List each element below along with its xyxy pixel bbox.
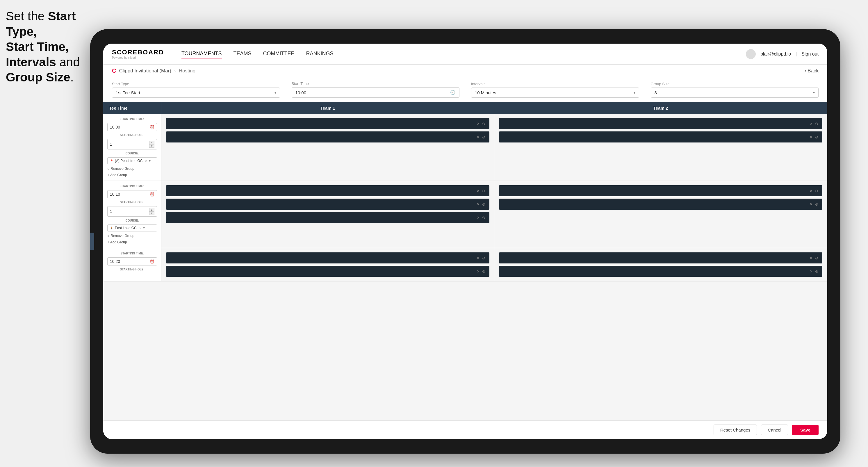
chevron-down-icon[interactable]: ▾: [143, 226, 145, 230]
chevron-down-icon: ▾: [633, 91, 636, 95]
nav-links: TOURNAMENTS TEAMS COMMITTEE RANKINGS: [182, 50, 746, 58]
remove-icon: ○: [107, 234, 109, 238]
logo-area: SCOREBOARD Powered by clippd: [112, 49, 164, 59]
remove-player-icon[interactable]: ✕: [810, 202, 813, 207]
breadcrumb-icon: C: [112, 67, 116, 74]
remove-player-icon[interactable]: ✕: [476, 256, 480, 260]
course-label: COURSE:: [107, 219, 157, 222]
start-type-select[interactable]: 1st Tee Start ▾: [112, 88, 280, 98]
starting-time-label: STARTING TIME:: [107, 118, 157, 121]
intervals-select[interactable]: 10 Minutes ▾: [471, 88, 639, 98]
remove-player-icon[interactable]: ✕: [476, 135, 480, 139]
starting-time-input-2[interactable]: 10:10 ⏰: [107, 190, 157, 198]
player-controls: ✕ ⊙: [476, 269, 485, 274]
player-row: ✕ ⊙: [166, 118, 489, 129]
settings-bar: Start Type 1st Tee Start ▾ Start Time 10…: [103, 77, 827, 102]
hole-stepper-1[interactable]: ▲ ▼: [149, 141, 154, 148]
add-group-btn-2[interactable]: + Add Group: [107, 240, 157, 244]
expand-icon[interactable]: ⊙: [815, 256, 818, 260]
logo-sub: Powered by clippd: [112, 56, 164, 59]
intervals-field: Intervals 10 Minutes ▾: [471, 82, 639, 98]
stepper-up[interactable]: ▲: [149, 208, 154, 211]
expand-icon[interactable]: ⊙: [482, 189, 485, 193]
scroll-area[interactable]: STARTING TIME: 10:00 ⏰ STARTING HOLE: 1 …: [103, 114, 827, 421]
chevron-down-icon: ▾: [275, 91, 276, 95]
start-time-input[interactable]: 10:00 🕙: [292, 87, 460, 98]
remove-player-icon[interactable]: ✕: [476, 122, 480, 126]
nav-committee[interactable]: COMMITTEE: [263, 50, 294, 58]
player-controls: ✕ ⊙: [810, 202, 818, 207]
breadcrumb-tournament: Clippd Invitational (Mar): [119, 68, 171, 74]
starting-hole-input-1[interactable]: 1 ▲ ▼: [107, 139, 157, 150]
starting-hole-input-2[interactable]: 1 ▲ ▼: [107, 206, 157, 217]
expand-icon[interactable]: ⊙: [482, 215, 485, 220]
remove-player-icon[interactable]: ✕: [810, 122, 813, 126]
nav-tournaments[interactable]: TOURNAMENTS: [182, 50, 222, 58]
starting-time-label: STARTING TIME:: [107, 252, 157, 255]
user-email: blair@clippd.io: [761, 52, 791, 57]
back-button[interactable]: ‹ Back: [805, 68, 818, 74]
player-controls: ✕ ⊙: [476, 202, 485, 207]
starting-time-input-1[interactable]: 10:00 ⏰: [107, 123, 157, 131]
course-tag-1[interactable]: 📍 (A) Peachtree GC ✕ ▾: [107, 157, 157, 164]
team1-col-1: ✕ ⊙ ✕ ⊙: [161, 114, 494, 181]
remove-player-icon[interactable]: ✕: [810, 256, 813, 260]
player-controls: ✕ ⊙: [810, 189, 818, 193]
expand-icon[interactable]: ⊙: [482, 122, 485, 126]
start-time-field: Start Time 10:00 🕙: [292, 82, 460, 98]
group-row-2: STARTING TIME: 10:10 ⏰ STARTING HOLE: 1 …: [103, 181, 827, 248]
stepper-down[interactable]: ▼: [149, 144, 154, 148]
expand-icon[interactable]: ⊙: [482, 269, 485, 274]
player-controls: ✕ ⊙: [476, 189, 485, 193]
col-team2: Team 2: [494, 102, 827, 114]
group-size-select[interactable]: 3 ▾: [651, 88, 819, 98]
team2-col-3: ✕ ⊙ ✕ ⊙: [494, 248, 827, 281]
nav-rankings[interactable]: RANKINGS: [306, 50, 334, 58]
remove-player-icon[interactable]: ✕: [810, 135, 813, 139]
save-button[interactable]: Save: [792, 425, 818, 435]
remove-player-icon[interactable]: ✕: [476, 215, 480, 220]
expand-icon[interactable]: ⊙: [815, 122, 818, 126]
expand-icon[interactable]: ⊙: [815, 269, 818, 274]
breadcrumb-bar: C Clippd Invitational (Mar) › Hosting ‹ …: [103, 65, 827, 77]
close-icon[interactable]: ✕: [145, 159, 148, 162]
player-controls: ✕ ⊙: [476, 215, 485, 220]
course-tag-2[interactable]: 🏌 East Lake GC ✕ ▾: [107, 224, 157, 231]
remove-player-icon[interactable]: ✕: [476, 189, 480, 193]
player-row: ✕ ⊙: [166, 198, 489, 210]
remove-player-icon[interactable]: ✕: [476, 202, 480, 207]
remove-player-icon[interactable]: ✕: [810, 269, 813, 274]
starting-time-input-3[interactable]: 10:20 ⏰: [107, 257, 157, 266]
footer-bar: Reset Changes Cancel Save: [103, 421, 827, 439]
stepper-down[interactable]: ▼: [149, 211, 154, 215]
player-controls: ✕ ⊙: [810, 256, 818, 260]
close-icon[interactable]: ✕: [139, 226, 142, 230]
add-group-btn-1[interactable]: + Add Group: [107, 173, 157, 177]
stepper-up[interactable]: ▲: [149, 141, 154, 144]
expand-icon[interactable]: ⊙: [815, 189, 818, 193]
remove-group-btn-1[interactable]: ○ Remove Group: [107, 167, 157, 171]
expand-icon[interactable]: ⊙: [482, 202, 485, 207]
player-controls: ✕ ⊙: [476, 135, 485, 139]
remove-group-btn-2[interactable]: ○ Remove Group: [107, 234, 157, 238]
expand-icon[interactable]: ⊙: [815, 202, 818, 207]
group-row-1: STARTING TIME: 10:00 ⏰ STARTING HOLE: 1 …: [103, 114, 827, 181]
start-type-field: Start Type 1st Tee Start ▾: [112, 82, 280, 98]
remove-player-icon[interactable]: ✕: [810, 189, 813, 193]
player-row: ✕ ⊙: [166, 185, 489, 196]
reset-changes-button[interactable]: Reset Changes: [714, 425, 757, 435]
remove-player-icon[interactable]: ✕: [476, 269, 480, 274]
player-controls: ✕ ⊙: [810, 135, 818, 139]
cancel-button[interactable]: Cancel: [761, 425, 788, 435]
group-size-label: Group Size: [651, 82, 819, 86]
hole-stepper-2[interactable]: ▲ ▼: [149, 208, 154, 215]
expand-icon[interactable]: ⊙: [482, 135, 485, 139]
sign-out-link[interactable]: Sign out: [801, 52, 818, 57]
chevron-down-icon[interactable]: ▾: [149, 159, 151, 163]
player-controls: ✕ ⊙: [476, 256, 485, 260]
expand-icon[interactable]: ⊙: [482, 256, 485, 260]
nav-teams[interactable]: TEAMS: [234, 50, 251, 58]
course-icon: 📍: [110, 159, 114, 162]
nav-bar: SCOREBOARD Powered by clippd TOURNAMENTS…: [103, 43, 827, 65]
expand-icon[interactable]: ⊙: [815, 135, 818, 139]
